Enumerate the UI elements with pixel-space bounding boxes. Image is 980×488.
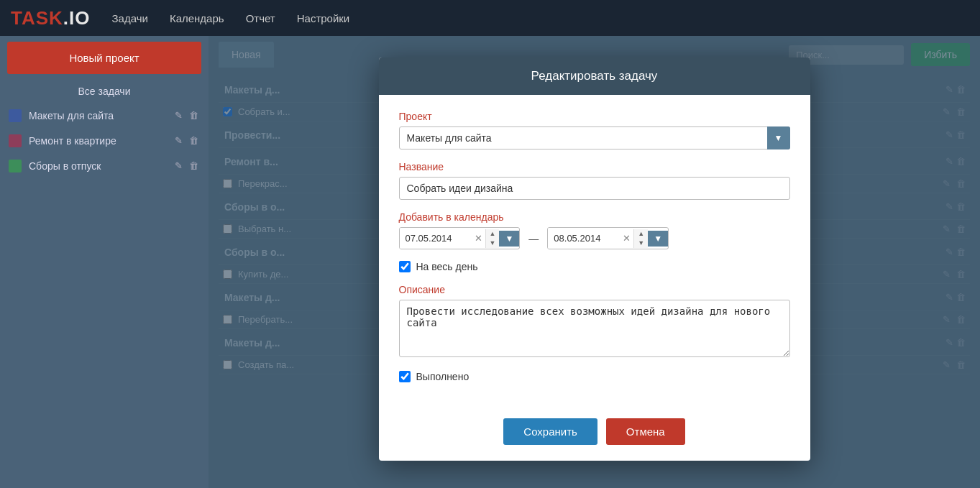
project-select-wrapper: Макеты для сайта Ремонт в квартире Сборы… — [399, 126, 790, 149]
description-group: Описание Провести исследование всех возм… — [399, 284, 790, 359]
date-from-spin: ▲ ▼ — [485, 229, 500, 248]
date-to-clear-icon[interactable]: ✕ — [620, 233, 633, 244]
date-from-wrapper: ✕ ▲ ▼ ▼ — [399, 227, 521, 249]
sidebar-item-sbory[interactable]: Сборы в отпуск ✎ 🗑 — [0, 153, 209, 178]
calendar-label: Добавить в календарь — [399, 211, 790, 223]
allday-group: На весь день — [399, 261, 790, 272]
edit-project-icon-sbory[interactable]: ✎ — [173, 159, 184, 172]
allday-checkbox[interactable] — [399, 261, 411, 272]
edit-project-icon-remont[interactable]: ✎ — [173, 134, 184, 147]
name-label: Название — [399, 161, 790, 172]
description-label: Описание — [399, 284, 790, 295]
allday-label: На весь день — [416, 261, 478, 272]
nav-tasks[interactable]: Задачи — [112, 12, 148, 24]
delete-project-icon-sbory[interactable]: 🗑 — [188, 159, 200, 172]
done-checkbox[interactable] — [399, 371, 411, 382]
save-button[interactable]: Сохранить — [503, 418, 597, 445]
date-from-down-button[interactable]: ▼ — [486, 239, 500, 248]
project-icons-makety: ✎ 🗑 — [173, 109, 200, 122]
project-label: Проект — [399, 111, 790, 122]
modal-footer: Сохранить Отмена — [379, 408, 810, 461]
date-from-clear-icon[interactable]: ✕ — [472, 233, 485, 244]
project-group: Проект Макеты для сайта Ремонт в квартир… — [399, 111, 790, 149]
done-row: Выполнено — [399, 371, 790, 382]
delete-project-icon-remont[interactable]: 🗑 — [188, 134, 200, 147]
description-textarea[interactable]: Провести исследование всех возможных иде… — [399, 300, 790, 357]
sidebar-item-remont[interactable]: Ремонт в квартире ✎ 🗑 — [0, 128, 209, 153]
sidebar-item-makety[interactable]: Макеты для сайта ✎ 🗑 — [0, 103, 209, 128]
project-label-remont: Ремонт в квартире — [29, 135, 166, 147]
new-project-button[interactable]: Новый проект — [7, 42, 201, 74]
done-group: Выполнено — [399, 371, 790, 382]
project-color-remont — [9, 134, 22, 147]
edit-project-icon-makety[interactable]: ✎ — [173, 109, 184, 122]
date-to-dropdown[interactable]: ▼ — [648, 231, 668, 247]
cancel-button[interactable]: Отмена — [606, 418, 685, 445]
modal-title: Редактировать задачу — [379, 57, 810, 95]
project-label-makety: Макеты для сайта — [29, 110, 166, 121]
nav-settings[interactable]: Настройки — [297, 12, 350, 24]
name-group: Название — [399, 161, 790, 200]
content-area: Новая Избить Макеты д... ✎ 🗑 Собрать и..… — [209, 36, 980, 488]
sidebar: Новый проект Все задачи Макеты для сайта… — [0, 36, 209, 488]
brand-io: .IO — [63, 7, 91, 29]
date-to-wrapper: ✕ ▲ ▼ ▼ — [547, 227, 669, 249]
done-label: Выполнено — [416, 371, 470, 382]
date-to-up-button[interactable]: ▲ — [634, 229, 648, 239]
project-icons-remont: ✎ 🗑 — [173, 134, 200, 147]
name-input[interactable] — [399, 177, 790, 200]
navbar: TASK.IO Задачи Календарь Отчет Настройки — [0, 0, 980, 36]
date-to-spin: ▲ ▼ — [633, 229, 648, 248]
nav-calendar[interactable]: Календарь — [170, 12, 224, 24]
allday-row: На весь день — [399, 261, 790, 272]
date-from-up-button[interactable]: ▲ — [486, 229, 500, 239]
delete-project-icon-makety[interactable]: 🗑 — [188, 109, 200, 122]
date-to-down-button[interactable]: ▼ — [634, 239, 648, 248]
nav-report[interactable]: Отчет — [246, 12, 275, 24]
project-icons-sbory: ✎ 🗑 — [173, 159, 200, 172]
app-brand: TASK.IO — [11, 7, 91, 29]
project-color-makety — [9, 109, 22, 122]
main-layout: Новый проект Все задачи Макеты для сайта… — [0, 36, 980, 488]
date-from-dropdown[interactable]: ▼ — [499, 231, 519, 247]
project-select[interactable]: Макеты для сайта Ремонт в квартире Сборы… — [399, 126, 790, 149]
calendar-group: Добавить в календарь ✕ ▲ ▼ ▼ — [399, 211, 790, 249]
brand-task: TASK — [11, 7, 63, 29]
modal-body: Проект Макеты для сайта Ремонт в квартир… — [379, 95, 810, 408]
all-tasks-link[interactable]: Все задачи — [0, 80, 209, 103]
date-row: ✕ ▲ ▼ ▼ — ✕ — [399, 227, 790, 249]
project-color-sbory — [9, 160, 22, 172]
project-label-sbory: Сборы в отпуск — [29, 160, 166, 172]
date-to-input[interactable] — [548, 228, 620, 249]
modal-overlay: Редактировать задачу Проект Макеты для с… — [209, 36, 980, 488]
date-separator: — — [526, 233, 541, 244]
edit-task-modal: Редактировать задачу Проект Макеты для с… — [379, 57, 810, 461]
date-from-input[interactable] — [400, 228, 472, 249]
